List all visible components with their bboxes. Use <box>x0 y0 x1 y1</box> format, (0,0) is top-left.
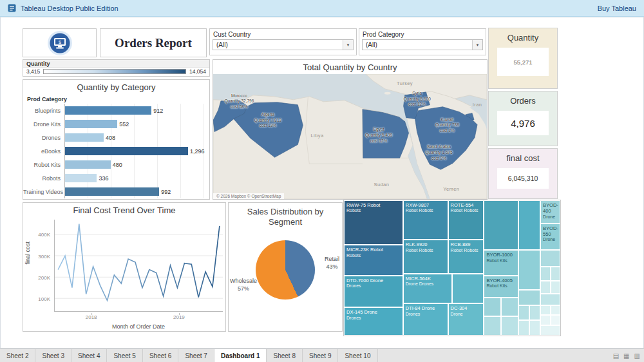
treemap-cell[interactable] <box>551 315 560 325</box>
treemap-cell[interactable] <box>518 290 540 305</box>
sheet-list-icon[interactable]: ▥ <box>634 352 640 359</box>
treemap-cell[interactable] <box>518 320 529 336</box>
map-country-data-label[interactable]: MoroccoQuantity 32,796cost 58% <box>224 93 254 110</box>
sheet-tab[interactable]: Sheet 6 <box>143 349 178 362</box>
treemap-item[interactable]: BYOD-400Drone <box>540 200 560 224</box>
bar[interactable] <box>65 160 111 169</box>
treemap-cell[interactable] <box>551 305 560 316</box>
treemap-cell[interactable] <box>501 298 518 317</box>
bar-value-label: 992 <box>161 189 171 195</box>
treemap-cell[interactable] <box>529 320 540 336</box>
bar[interactable] <box>65 147 188 155</box>
treemap-item[interactable]: DTD-7000 DroneDrones <box>344 276 403 308</box>
treemap-cell[interactable] <box>518 200 540 250</box>
quantity-range-min: 3,415 <box>26 68 40 75</box>
treemap-item[interactable]: BYOR-4005Robot Kits <box>484 276 518 298</box>
prod-category-dropdown[interactable]: (All) ▼ <box>362 39 483 50</box>
trend-line[interactable] <box>58 224 220 301</box>
map-country-data-label[interactable]: Saudi ArabiaQuantity 1,675cost 2% <box>425 144 452 161</box>
bar-category-label[interactable]: Training Videos <box>23 189 64 195</box>
treemap-cell[interactable] <box>518 250 540 289</box>
x-axis-label: Month of Order Date <box>54 323 223 330</box>
bar-category-label[interactable]: Drones <box>23 135 64 141</box>
treemap-item[interactable]: DX-145 DroneDrones <box>344 307 403 336</box>
bar-chart-panel: Quantity by Category Prod Category Bluep… <box>23 79 210 200</box>
bar-category-label[interactable]: Robots <box>23 175 64 182</box>
bar-category-label[interactable]: Drone Kits <box>23 121 64 128</box>
line-plot-area <box>54 220 223 312</box>
filmstrip-view-icon[interactable]: ▤ <box>613 352 619 359</box>
treemap-item[interactable]: BYOR-1000Robot Kits <box>484 250 518 276</box>
sheet-tab[interactable]: Sheet 8 <box>267 349 302 362</box>
map-title: Total Quantity by Country <box>213 60 487 74</box>
pie-chart[interactable] <box>256 240 315 300</box>
pie-chart-panel: Sales Distribution by Segment Retail 43%… <box>228 202 343 332</box>
sheet-tab[interactable]: Sheet 10 <box>338 349 377 362</box>
treemap-cell[interactable] <box>484 200 518 250</box>
sheet-tab[interactable]: Sheet 5 <box>107 349 142 362</box>
sheet-tab[interactable]: Sheet 3 <box>35 349 71 362</box>
treemap-cell[interactable] <box>540 294 560 305</box>
sheet-tab[interactable]: Sheet 9 <box>303 349 338 362</box>
treemap-cell[interactable] <box>540 325 560 336</box>
treemap-item[interactable]: RCB-889Robot Robots <box>448 240 484 274</box>
kpi-final-cost-card: final cost 6,045,310 <box>488 148 558 199</box>
prod-category-filter-label: Prod Category <box>359 29 486 39</box>
pie-label-wholesale-name: Wholesale <box>230 278 257 285</box>
prod-category-value: (All) <box>363 41 472 48</box>
treemap-cell[interactable] <box>540 281 551 294</box>
buy-tableau-link[interactable]: Buy Tableau <box>598 5 636 12</box>
treemap-cell[interactable] <box>540 305 551 316</box>
sheet-tab[interactable]: Dashboard 1 <box>214 349 267 362</box>
treemap-cell[interactable] <box>484 316 501 336</box>
sheet-tab[interactable]: Sheet 4 <box>71 349 107 362</box>
treemap-cell[interactable] <box>501 316 518 336</box>
treemap-item[interactable]: RXW-9807Robot Robots <box>403 200 448 240</box>
map-country-data-label[interactable]: AlgeriaQuantity 7,813cost 13% <box>254 112 281 129</box>
treemap-item[interactable]: ROTE-554Robot Robots <box>448 200 484 240</box>
y-axis-label: final cost <box>24 242 31 265</box>
bar-category-label[interactable]: Blueprints <box>23 108 64 114</box>
report-title: Orders Report <box>115 36 192 50</box>
bar[interactable] <box>65 120 117 128</box>
kpi-orders-value: 4,976 <box>497 111 549 135</box>
map-country-data-label[interactable]: EgyptQuantity 5,499cost 12% <box>365 127 392 144</box>
bar[interactable] <box>65 133 104 142</box>
treemap-item[interactable]: MICR-564KDrone Drones <box>403 274 452 304</box>
treemap-cell[interactable] <box>452 274 484 304</box>
sheet-tab[interactable]: Sheet 7 <box>178 349 214 362</box>
treemap-item[interactable]: RLK-9920Robot Robots <box>403 240 448 274</box>
treemap-cell[interactable] <box>540 267 551 281</box>
sheet-tab[interactable]: Sheet 2 <box>0 349 35 362</box>
treemap-cell[interactable] <box>484 298 501 317</box>
bar[interactable] <box>65 174 97 182</box>
bar-category-label[interactable]: eBooks <box>23 148 64 155</box>
map-country-data-label[interactable]: SyriaQuantity 5,600cost 12% <box>403 91 430 108</box>
bar-category-label[interactable]: Robot Kits <box>23 162 64 168</box>
chevron-down-icon[interactable]: ▼ <box>472 40 482 50</box>
map-country-name-label: Libya <box>311 133 324 138</box>
treemap-cell[interactable] <box>551 267 560 281</box>
bar-row: Drone Kits552 <box>23 117 208 131</box>
bar[interactable] <box>65 106 151 115</box>
kpi-final-cost-value: 6,045,310 <box>497 168 549 189</box>
chevron-down-icon[interactable]: ▼ <box>343 40 353 50</box>
treemap-cell[interactable] <box>540 315 551 325</box>
map-country-data-label[interactable]: KuwaitQuantity 738cost 2% <box>435 117 459 133</box>
treemap-cell[interactable] <box>529 305 540 321</box>
bar-chart-axis-header: Prod Category <box>23 94 209 104</box>
map-area[interactable]: © 2026 Mapbox © OpenStreetMap MoroccoQua… <box>213 74 487 199</box>
quantity-range-slider[interactable] <box>43 69 186 74</box>
bar[interactable] <box>65 187 159 196</box>
treemap-cell[interactable] <box>540 250 560 267</box>
treemap-item[interactable]: BYOD-550Drone <box>540 224 560 251</box>
treemap-item[interactable]: DTI-84 DroneDrones <box>403 303 448 336</box>
cust-country-dropdown[interactable]: (All) ▼ <box>213 39 354 50</box>
treemap-cell[interactable] <box>551 281 560 294</box>
treemap-item[interactable]: MICR-23K RobotRobots <box>344 245 403 275</box>
grid-view-icon[interactable]: ▦ <box>623 352 629 359</box>
treemap-item[interactable]: DC-304Drone <box>448 303 484 336</box>
x-axis-tick-label: 2019 <box>173 314 185 320</box>
treemap-cell[interactable] <box>518 305 529 321</box>
treemap-item[interactable]: RWW-75 RobotRobots <box>344 200 403 245</box>
